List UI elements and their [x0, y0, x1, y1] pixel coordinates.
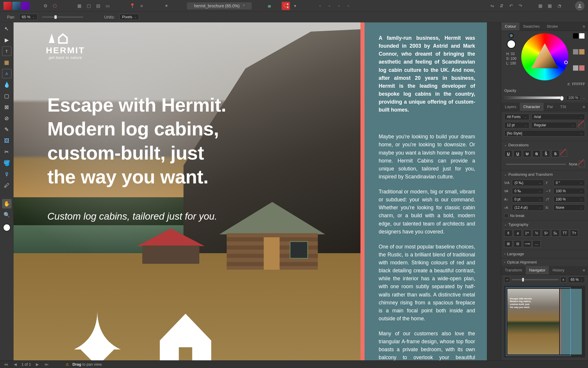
shear-field[interactable]: None⌄	[553, 204, 585, 211]
optical-alignment-header[interactable]: ›Optical Alignment	[501, 258, 588, 266]
fill-swatch-large[interactable]	[507, 40, 516, 49]
rotate-cw-icon[interactable]: ↷	[516, 2, 524, 10]
ordinals-button[interactable]: 1ˢᵗ	[523, 230, 531, 237]
move-front-icon[interactable]: ▫	[344, 2, 352, 10]
overline-button[interactable]: S̄	[542, 150, 550, 157]
pin-icon[interactable]: 📍	[128, 2, 136, 10]
vector-crop-tool-icon[interactable]: ✂	[2, 147, 11, 157]
table-tool-icon[interactable]: ▦	[2, 58, 11, 67]
colour-picker-tool-icon[interactable]: 🖊	[2, 181, 11, 190]
place-image-tool-icon[interactable]: 🖼	[2, 136, 11, 145]
navigator-preview[interactable]: Escape with Hermit. Modern log cabins, c…	[504, 286, 585, 357]
zoom-tool-icon[interactable]: 🔍	[2, 210, 11, 220]
navigator-viewport-rect[interactable]	[506, 287, 571, 356]
no-decoration-icon[interactable]	[561, 150, 567, 157]
underline-button[interactable]: U	[504, 150, 512, 157]
font-size-field[interactable]: 12 pt⌄	[504, 122, 529, 128]
transparency-tool-icon[interactable]: 🎙	[2, 170, 11, 179]
tab-character[interactable]: Character	[520, 103, 544, 111]
tab-swatches[interactable]: Swatches	[519, 22, 543, 31]
account-icon[interactable]	[575, 1, 584, 11]
decorations-header[interactable]: ⌄Decorations	[501, 141, 588, 149]
tab-history[interactable]: History	[549, 266, 568, 274]
zoom-out-button[interactable]: −	[504, 277, 510, 283]
subscript-button[interactable]: S₂	[551, 230, 559, 237]
no-style-reset-icon[interactable]	[579, 122, 585, 128]
snapping-options-icon[interactable]: ▾	[291, 2, 299, 10]
tab-stroke[interactable]: Stroke	[543, 22, 562, 31]
allcaps-button[interactable]: TT	[561, 230, 569, 237]
highlight-button[interactable]: S	[551, 150, 559, 157]
baseline-field[interactable]: 0 pt⌄	[512, 196, 544, 203]
move-back-icon[interactable]: ▫	[316, 2, 324, 10]
hex-value[interactable]: FFFFFF	[572, 82, 585, 86]
zoom-field[interactable]: 65 % ⌄	[19, 14, 37, 20]
font-family-dropdown[interactable]: Arial⌄	[531, 114, 585, 120]
panel-menu-icon[interactable]: ≡	[580, 22, 588, 31]
artistic-text-tool-icon[interactable]: T	[2, 47, 11, 56]
first-page-button[interactable]: ⏮	[3, 362, 9, 367]
tracking-field[interactable]: (0 ‰)⌄	[512, 180, 544, 186]
typography-header[interactable]: ⌄Typography	[501, 220, 588, 228]
node-tool-icon[interactable]: ▶	[2, 35, 11, 45]
typo-more-button[interactable]: …	[532, 240, 541, 247]
stroke-swatch[interactable]	[509, 33, 514, 38]
preflight-warning-icon[interactable]: ⚠	[66, 362, 69, 367]
preflight-icon[interactable]: ✶	[162, 2, 171, 10]
opacity-value[interactable]: 100 %	[566, 95, 580, 100]
prev-page-button[interactable]: ◀	[13, 362, 18, 367]
flip-vertical-icon[interactable]: ⇵	[497, 2, 506, 10]
no-decoration-icon[interactable]	[579, 161, 585, 167]
tab-text-styles[interactable]: TSt	[557, 103, 569, 111]
fill-swatch[interactable]	[3, 224, 11, 231]
chevron-down-icon[interactable]: ⌄	[583, 96, 585, 100]
document-setup-icon[interactable]: ⬡	[51, 2, 59, 10]
font-weight-dropdown[interactable]: Regular⌄	[531, 122, 577, 128]
no-break-checkbox[interactable]: No break	[501, 213, 588, 220]
typo-opt-3[interactable]: ⟿	[523, 240, 531, 247]
positioning-header[interactable]: ⌄Positioning and Transform	[501, 170, 588, 178]
tab-colour[interactable]: Colour	[501, 22, 519, 31]
contextual-alt-button[interactable]: a	[514, 230, 522, 237]
typo-opt-2[interactable]: ⊟	[514, 240, 522, 247]
language-header[interactable]: ›Language	[501, 250, 588, 258]
panel-menu-icon[interactable]: ≡	[580, 103, 588, 111]
vscale-field[interactable]: 100 %⌄	[553, 196, 585, 203]
strikethrough-button[interactable]: U	[523, 150, 531, 157]
recent-swatches[interactable]	[573, 33, 584, 80]
preferences-icon[interactable]: ⚙	[41, 2, 49, 10]
eyedropper-tool-icon[interactable]: 💧	[2, 80, 11, 89]
snapping-icon[interactable]: 🧲	[282, 2, 290, 10]
align-baseline-icon[interactable]: ≡	[138, 2, 146, 10]
kerning-field[interactable]: 0 ‰⌄	[512, 188, 544, 194]
pen-tool-icon[interactable]: ✎	[2, 125, 11, 134]
affinity-designer-icon[interactable]	[12, 2, 21, 10]
tab-layers[interactable]: Layers	[501, 103, 520, 111]
fields-icon[interactable]: ≣	[265, 2, 273, 10]
move-backward-icon[interactable]: ▫	[325, 2, 333, 10]
font-filter-dropdown[interactable]: All Fonts⌄	[504, 114, 529, 120]
text-flow-icon[interactable]: ▭	[103, 2, 112, 10]
rectangle-tool-icon[interactable]: ▢	[2, 91, 11, 101]
hscale-field[interactable]: 100 %⌄	[553, 188, 585, 194]
next-page-button[interactable]: ▶	[35, 362, 40, 367]
colour-wheel[interactable]	[521, 33, 568, 80]
panel-menu-icon[interactable]: ≡	[580, 266, 588, 274]
last-page-button[interactable]: ⏭	[44, 362, 50, 367]
flip-horizontal-icon[interactable]: ⇋	[488, 2, 496, 10]
section-manager-icon[interactable]: ▦	[536, 2, 544, 10]
leading-field[interactable]: (12.4 pt)⌄	[512, 204, 544, 211]
nav-zoom-slider[interactable]	[512, 279, 559, 280]
tab-navigator[interactable]: Navigator	[526, 266, 549, 274]
affinity-publisher-icon[interactable]	[4, 2, 12, 10]
nav-zoom-field[interactable]: 65 %⌄	[568, 276, 585, 283]
fill-tool-icon[interactable]: 🪣	[2, 158, 11, 168]
frame-text-tool-icon[interactable]: A	[2, 69, 11, 78]
opacity-slider[interactable]	[504, 96, 564, 99]
fractions-button[interactable]: ½	[532, 230, 541, 237]
smallcaps-button[interactable]: Tᴛ	[570, 230, 578, 237]
baseline-grid-icon[interactable]: ▤	[94, 2, 102, 10]
resource-manager-icon[interactable]: ▦	[546, 2, 554, 10]
double-strike-button[interactable]: S	[532, 150, 541, 157]
canvas-viewport[interactable]: HERMIT get back to nature Escape with He…	[14, 22, 501, 360]
